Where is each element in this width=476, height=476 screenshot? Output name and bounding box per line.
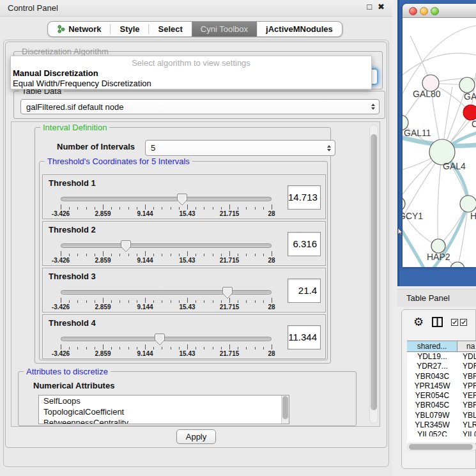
slider-track[interactable]	[61, 243, 272, 248]
numerical-attributes-list[interactable]: SelfLoopsTopologicalCoefficientBetweenne…	[38, 395, 289, 424]
network-node[interactable]	[403, 197, 405, 211]
network-node[interactable]	[450, 262, 464, 267]
algorithm-group-title: Discretization Algorithm	[19, 47, 111, 56]
slider-thumb[interactable]	[155, 333, 165, 346]
slider-thumb[interactable]	[222, 286, 233, 299]
number-of-intervals-combobox[interactable]: 5	[145, 140, 335, 156]
tab-cyni-toolbox[interactable]: Cyni Toolbox	[192, 22, 257, 36]
tab-network[interactable]: Network	[48, 22, 110, 36]
attribute-list-item[interactable]: SelfLoops	[39, 395, 289, 406]
table-data-combobox[interactable]: galFiltered.sif default node	[20, 99, 380, 114]
network-edge-highlighted[interactable]	[403, 221, 424, 267]
threshold-value-field[interactable]: 6.316	[288, 232, 321, 256]
cell-shared-name[interactable]: YIL052C	[407, 430, 457, 436]
checkbox-checked-icon[interactable]	[451, 319, 458, 326]
tab-jactivemnodules[interactable]: jActiveMNodules	[257, 22, 342, 36]
slider-track[interactable]	[61, 197, 272, 201]
slider-track[interactable]	[61, 290, 272, 295]
threshold-value-field[interactable]: 21.4	[288, 279, 321, 303]
panel-vertical-scrollbar[interactable]	[369, 125, 378, 424]
cell-name[interactable]: YDR2	[457, 362, 476, 371]
table-row[interactable]: YDL19...YDL1	[407, 352, 476, 362]
tab-label: Style	[119, 24, 139, 34]
threshold-label: Threshold 3	[49, 272, 96, 281]
table-row[interactable]: YBL079WYBL0	[407, 411, 476, 420]
attribute-list-item[interactable]: TopologicalCoefficient	[39, 406, 289, 417]
attribute-list-item[interactable]: BetweennessCentrality	[39, 417, 289, 424]
network-canvas[interactable]: GAL80GACGAL11GAL4GCY1HHAP2	[403, 18, 476, 267]
threshold-slider[interactable]: -3.4262.8599.14415.4321.71528	[61, 240, 272, 264]
threshold-slider[interactable]: -3.4262.8599.14415.4321.71528	[61, 333, 272, 357]
cell-name[interactable]: YIL0	[457, 430, 476, 436]
tab-style[interactable]: Style	[111, 22, 148, 36]
cell-name[interactable]: YPR1	[457, 381, 476, 391]
cell-shared-name[interactable]: YER054C	[407, 391, 457, 401]
network-node[interactable]	[463, 105, 476, 120]
table-horizontal-scrollbar[interactable]	[407, 443, 476, 451]
cell-name[interactable]: YBR0	[457, 372, 476, 381]
control-panel-frame: Discretization Algorithm Select algorith…	[3, 40, 389, 467]
threshold-label: Threshold 1	[49, 178, 96, 188]
cell-name[interactable]: YBR0	[457, 401, 476, 410]
threshold-value-field[interactable]: 14.713	[288, 185, 321, 210]
minimize-traffic-light-icon[interactable]	[420, 7, 428, 15]
table-row[interactable]: YPR145WYPR1	[407, 381, 476, 391]
table-row[interactable]: YBR043CYBR0	[407, 372, 476, 381]
table-row[interactable]: YBR045CYBR0	[407, 401, 476, 410]
cell-shared-name[interactable]: YLR345W	[407, 420, 457, 430]
network-node-label: H	[470, 211, 476, 221]
cell-name[interactable]: YDL1	[457, 352, 476, 362]
network-window: GAL80GACGAL11GAL4GCY1HHAP2	[403, 4, 476, 267]
tab-label: Cyni Toolbox	[201, 24, 248, 34]
table-row[interactable]: YLR345WYLR3	[407, 420, 476, 430]
dropdown-item-manual-discretization[interactable]: Manual Discretization	[13, 68, 98, 78]
cell-shared-name[interactable]: YBL079W	[407, 411, 457, 420]
attributes-scrollbar[interactable]	[281, 395, 289, 424]
cell-shared-name[interactable]: YDR27...	[407, 362, 457, 371]
close-traffic-light-icon[interactable]	[409, 7, 417, 15]
network-node[interactable]	[459, 77, 475, 93]
column-layout-icon[interactable]	[432, 317, 443, 327]
checkbox-checked-icon[interactable]	[460, 319, 467, 326]
table-row[interactable]: YIL052CYIL0	[407, 430, 476, 436]
cell-shared-name[interactable]: YDL19...	[407, 352, 457, 362]
control-panel-titlebar: Control Panel □ ✖	[0, 0, 392, 17]
number-of-intervals-label: Number of Intervals	[57, 142, 135, 151]
apply-button[interactable]: Apply	[176, 429, 216, 444]
network-edge[interactable]	[438, 152, 442, 246]
cell-shared-name[interactable]: YBR045C	[407, 401, 457, 410]
cell-shared-name[interactable]: YPR145W	[407, 381, 457, 391]
threshold-slider[interactable]: -3.4262.8599.14415.4321.71528	[61, 286, 272, 311]
table-data-value: galFiltered.sif default node	[26, 102, 123, 112]
table-row[interactable]: YER054CYER0	[407, 391, 476, 401]
table-row[interactable]: YDR27...YDR2	[407, 362, 476, 371]
float-window-icon[interactable]: □	[367, 2, 372, 12]
column-header-shared-name[interactable]: shared...	[407, 341, 457, 351]
interval-definition-title: Interval Definition	[40, 123, 109, 132]
dropdown-item-equal-width-frequency[interactable]: Equal Width/Frequency Discretization	[13, 79, 151, 88]
threshold-slider[interactable]: -3.4262.8599.14415.4321.71528	[61, 193, 272, 217]
interval-definition-group: Interval Definition Number of Intervals …	[35, 127, 331, 364]
threshold-value-field[interactable]: 11.344	[288, 325, 321, 349]
network-node-label: GAL80	[413, 89, 441, 99]
slider-thumb[interactable]	[177, 193, 187, 206]
cell-name[interactable]: YLR3	[457, 420, 476, 430]
attributes-group-title: Attributes to discretize	[24, 367, 111, 376]
slider-track[interactable]	[61, 337, 272, 341]
column-header-name[interactable]: na	[457, 341, 476, 351]
network-node[interactable]	[460, 196, 476, 212]
close-icon[interactable]: ✖	[378, 2, 385, 12]
network-edge[interactable]	[403, 53, 476, 79]
tab-select[interactable]: Select	[150, 22, 192, 36]
cell-name[interactable]: YER0	[457, 391, 476, 401]
cell-name[interactable]: YBL0	[457, 411, 476, 420]
slider-ticks	[61, 250, 272, 256]
tab-label: jActiveMNodules	[266, 24, 333, 34]
threshold-box-2: Threshold 2-3.4262.8599.14415.4321.71528…	[42, 221, 326, 266]
cell-shared-name[interactable]: YBR043C	[407, 372, 457, 381]
network-node-label: GCY1	[403, 211, 423, 221]
network-node[interactable]	[431, 239, 445, 253]
gear-icon[interactable]: ⚙	[413, 316, 424, 328]
slider-thumb[interactable]	[121, 240, 131, 252]
zoom-traffic-light-icon[interactable]	[431, 7, 439, 15]
